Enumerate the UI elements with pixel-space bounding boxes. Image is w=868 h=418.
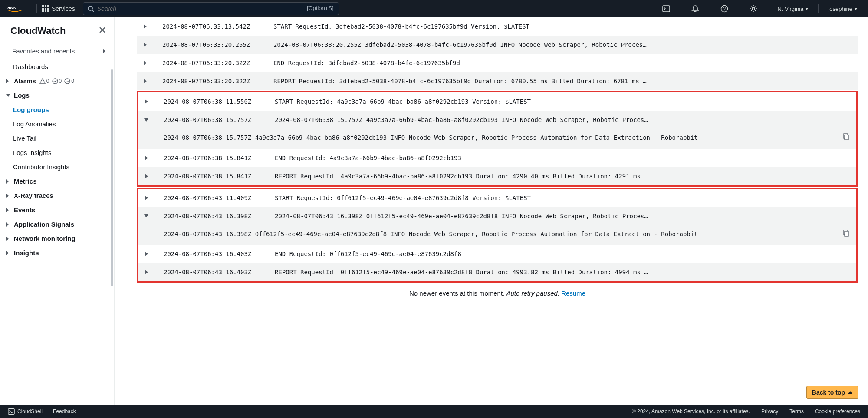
- close-sidebar-button[interactable]: [99, 25, 106, 36]
- expand-toggle[interactable]: [140, 79, 150, 83]
- expand-toggle[interactable]: [140, 43, 150, 47]
- log-timestamp: 2024-08-07T06:33:20.255Z: [150, 41, 267, 48]
- services-menu[interactable]: Services: [42, 5, 75, 12]
- log-row[interactable]: 2024-08-07T06:43:16.398Z2024-08-07T06:43…: [138, 207, 856, 225]
- log-row[interactable]: 2024-08-07T06:33:20.322ZREPORT RequestId…: [137, 72, 858, 90]
- log-table: 2024-08-07T06:33:13.542ZSTART RequestId:…: [137, 17, 858, 283]
- log-row[interactable]: 2024-08-07T06:38:15.841ZEND RequestId: 4…: [138, 149, 856, 167]
- triangle-down-icon: [144, 214, 148, 217]
- log-row[interactable]: 2024-08-07T06:43:16.403ZREPORT RequestId…: [138, 263, 856, 281]
- sidebar-item-live-tail[interactable]: Live Tail: [0, 131, 114, 145]
- log-row[interactable]: 2024-08-07T06:33:13.542ZSTART RequestId:…: [137, 17, 858, 36]
- account-menu[interactable]: josephine: [824, 0, 862, 17]
- sidebar-item-logs-insights[interactable]: Logs Insights: [0, 145, 114, 160]
- expand-toggle[interactable]: [140, 61, 150, 65]
- footer-message: No newer events at this moment. Auto ret…: [137, 283, 858, 303]
- log-row[interactable]: 2024-08-07T06:43:16.403ZEND RequestId: 0…: [138, 245, 856, 263]
- expand-toggle[interactable]: [141, 252, 151, 256]
- log-timestamp: 2024-08-07T06:38:15.841Z: [151, 155, 269, 161]
- triangle-right-icon: [145, 270, 148, 274]
- svg-point-10: [53, 79, 58, 84]
- notifications-button[interactable]: [686, 0, 704, 17]
- triangle-right-icon: [145, 174, 148, 178]
- log-message: 2024-08-07T06:43:16.398Z 0ff612f5-ec49-4…: [269, 213, 852, 220]
- triangle-right-icon: [145, 252, 148, 256]
- logs-label: Logs: [14, 92, 30, 99]
- sidebar-item-log-groups[interactable]: Log groups: [0, 102, 114, 117]
- alarms-label: Alarms: [14, 77, 36, 85]
- chevron-right-icon: [6, 194, 9, 198]
- copy-button[interactable]: [842, 230, 849, 240]
- settings-button[interactable]: [744, 0, 763, 17]
- log-row[interactable]: 2024-08-07T06:33:20.322ZEND RequestId: 3…: [137, 54, 858, 72]
- sidebar-item-metrics[interactable]: Metrics: [0, 174, 114, 188]
- log-row[interactable]: 2024-08-07T06:38:15.757Z2024-08-07T06:38…: [138, 111, 856, 129]
- sidebar-item-xray[interactable]: X-Ray traces: [0, 188, 114, 203]
- svg-rect-3: [663, 6, 670, 12]
- expand-toggle[interactable]: [141, 99, 151, 104]
- sidebar-item-insights[interactable]: Insights: [0, 246, 114, 260]
- sidebar-item-alarms[interactable]: Alarms 0 0 0: [0, 74, 114, 88]
- copy-button[interactable]: [842, 133, 849, 143]
- chevron-up-icon: [848, 391, 853, 394]
- svg-point-7: [752, 7, 755, 10]
- expand-toggle[interactable]: [141, 118, 151, 122]
- chevron-right-icon: [6, 179, 9, 184]
- divider: [768, 4, 768, 13]
- chevron-right-icon: [6, 237, 9, 241]
- log-message: END RequestId: 0ff612f5-ec49-469e-ae04-e…: [269, 250, 852, 257]
- expand-toggle[interactable]: [141, 156, 151, 160]
- sidebar-item-dashboards[interactable]: Dashboards: [0, 59, 114, 74]
- scrollbar[interactable]: [111, 69, 113, 286]
- expand-toggle[interactable]: [141, 196, 151, 200]
- expand-toggle[interactable]: [140, 24, 150, 29]
- bell-icon: [691, 5, 699, 13]
- region-selector[interactable]: N. Virginia: [773, 0, 813, 17]
- aws-logo[interactable]: aws: [6, 4, 23, 13]
- check-circle-icon: [52, 78, 58, 84]
- sidebar-item-log-anomalies[interactable]: Log Anomalies: [0, 117, 114, 131]
- cloudshell-icon-button[interactable]: [657, 0, 675, 17]
- sidebar-item-contributor-insights[interactable]: Contributor Insights: [0, 160, 114, 174]
- triangle-right-icon: [144, 79, 147, 83]
- user-label: josephine: [828, 6, 852, 12]
- svg-rect-16: [845, 135, 848, 140]
- triangle-down-icon: [144, 118, 148, 122]
- log-message: START RequestId: 3dfebad2-5038-4078-b4fc…: [267, 23, 853, 30]
- triangle-right-icon: [144, 24, 147, 29]
- caret-down-icon: [854, 8, 858, 10]
- log-timestamp: 2024-08-07T06:38:15.757Z: [151, 116, 269, 123]
- log-timestamp: 2024-08-07T06:33:13.542Z: [150, 23, 267, 30]
- log-row[interactable]: 2024-08-07T06:38:15.841ZREPORT RequestId…: [138, 167, 856, 185]
- caret-down-icon: [805, 8, 809, 10]
- log-row[interactable]: 2024-08-07T06:43:11.409ZSTART RequestId:…: [138, 189, 856, 207]
- favorites-section[interactable]: Favorites and recents: [0, 43, 114, 59]
- chevron-right-icon: [6, 79, 9, 83]
- log-row-expanded: 2024-08-07T06:43:16.398Z 0ff612f5-ec49-4…: [138, 225, 856, 245]
- close-icon: [99, 26, 106, 34]
- services-label: Services: [52, 5, 75, 12]
- log-row[interactable]: 2024-08-07T06:38:11.550ZSTART RequestId:…: [138, 92, 856, 111]
- log-message: START RequestId: 0ff612f5-ec49-469e-ae04…: [269, 194, 852, 201]
- help-button[interactable]: ?: [715, 0, 733, 17]
- log-timestamp: 2024-08-07T06:43:16.398Z: [151, 213, 269, 220]
- expand-toggle[interactable]: [141, 270, 151, 274]
- back-to-top-button[interactable]: Back to top: [806, 386, 858, 399]
- sidebar-item-logs[interactable]: Logs: [0, 88, 114, 102]
- expand-toggle[interactable]: [141, 174, 151, 178]
- svg-point-13: [67, 81, 68, 82]
- resume-link[interactable]: Resume: [561, 290, 585, 297]
- search-input[interactable]: [83, 2, 339, 15]
- log-timestamp: 2024-08-07T06:33:20.322Z: [150, 78, 267, 85]
- svg-rect-18: [845, 231, 848, 236]
- alarm-badges: 0 0 0: [39, 78, 74, 84]
- triangle-right-icon: [145, 196, 148, 200]
- log-message: 2024-08-07T06:38:15.757Z 4a9c3a7a-66b9-4…: [269, 116, 852, 123]
- log-row[interactable]: 2024-08-07T06:33:20.255Z2024-08-07T06:33…: [137, 36, 858, 54]
- log-events-panel: 2024-08-07T06:33:13.542ZSTART RequestId:…: [115, 17, 868, 405]
- sidebar-item-network-monitoring[interactable]: Network monitoring: [0, 231, 114, 246]
- sidebar-item-events[interactable]: Events: [0, 203, 114, 217]
- divider: [710, 4, 710, 13]
- sidebar-item-app-signals[interactable]: Application Signals: [0, 217, 114, 231]
- expand-toggle[interactable]: [141, 214, 151, 217]
